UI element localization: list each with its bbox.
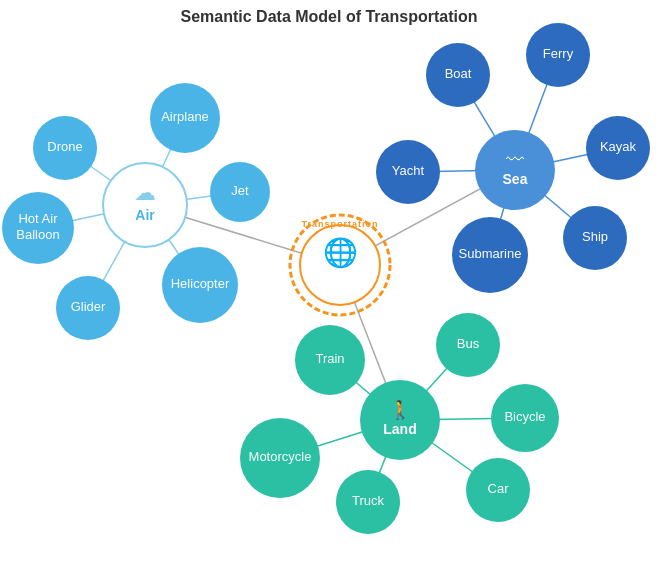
node-submarine-label: Submarine [459, 246, 522, 261]
hub-land [360, 380, 440, 460]
land-person-icon: 🚶 [389, 399, 412, 421]
node-helicopter-label: Helicopter [171, 276, 230, 291]
node-bus-label: Bus [457, 336, 480, 351]
node-boat-label: Boat [445, 66, 472, 81]
diagram-title: Semantic Data Model of Transportation [181, 8, 478, 25]
node-hotairballoon-label2: Balloon [16, 227, 59, 242]
node-glider-label: Glider [71, 299, 106, 314]
node-motorcycle-label: Motorcycle [249, 449, 312, 464]
node-train-label: Train [315, 351, 344, 366]
hub-air [103, 163, 187, 247]
hub-sea [475, 130, 555, 210]
node-drone-label: Drone [47, 139, 82, 154]
node-jet-label: Jet [231, 183, 249, 198]
node-yacht-label: Yacht [392, 163, 425, 178]
center-label-top: Transportation [301, 219, 378, 229]
node-airplane-label: Airplane [161, 109, 209, 124]
diagram-canvas: Semantic Data Model of Transportation Dr… [0, 0, 659, 566]
node-kayak-label: Kayak [600, 139, 637, 154]
hub-sea-label: Sea [503, 171, 528, 187]
node-hotairballoon-label: Hot Air [18, 211, 58, 226]
node-car-label: Car [488, 481, 510, 496]
center-globe-icon: 🌐 [323, 236, 358, 269]
node-ferry-label: Ferry [543, 46, 574, 61]
node-truck-label: Truck [352, 493, 385, 508]
node-ship-label: Ship [582, 229, 608, 244]
node-bicycle-label: Bicycle [504, 409, 545, 424]
hub-air-label: Air [135, 207, 155, 223]
hub-land-label: Land [383, 421, 416, 437]
air-cloud-icon: ☁ [134, 180, 156, 205]
sea-wave-icon: 〰 [506, 150, 524, 170]
